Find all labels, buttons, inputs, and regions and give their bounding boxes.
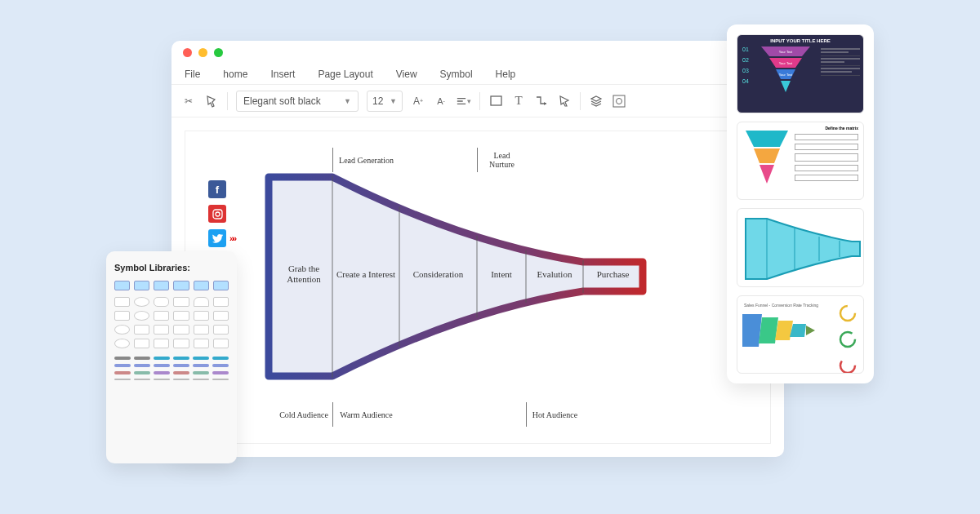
symbol-lines xyxy=(114,357,229,380)
template-2[interactable]: Define the matrix xyxy=(737,122,864,201)
menu-symbol[interactable]: Symbol xyxy=(440,69,473,80)
stage-4: Intent xyxy=(477,258,526,290)
svg-point-23 xyxy=(840,358,855,373)
format-painter-icon[interactable] xyxy=(204,94,219,109)
minimize-button[interactable] xyxy=(198,48,207,57)
symbol-shape[interactable] xyxy=(173,297,189,307)
symbol-shape[interactable] xyxy=(194,311,209,321)
connector-tool-icon[interactable] xyxy=(534,94,549,109)
templates-panel[interactable]: INPUT YOUR TITLE HERE 01 02 03 04 Your T… xyxy=(727,24,874,383)
template-4[interactable]: Sales Funnel - Conversion Rate Tracking xyxy=(737,295,864,374)
top-labels: Lead Generation Lead Nurture xyxy=(275,148,526,172)
symbol-shape[interactable] xyxy=(114,339,130,348)
symbol-shape[interactable] xyxy=(194,297,209,307)
symbol-category[interactable] xyxy=(114,281,130,290)
menu-view[interactable]: View xyxy=(396,69,417,80)
font-select-value: Elegant soft black xyxy=(243,95,321,107)
symbol-category[interactable] xyxy=(194,281,209,290)
cut-icon[interactable]: ✂ xyxy=(181,94,196,109)
stage-2: Create a Interest xyxy=(332,258,399,290)
symbol-shape[interactable] xyxy=(213,297,229,307)
label-warm-audience: Warm Audience xyxy=(332,402,399,427)
svg-text:Your Text: Your Text xyxy=(779,50,793,54)
bottom-labels: Cold Audience Warm Audience Hot Audience xyxy=(275,402,583,427)
label-lead-generation: Lead Generation xyxy=(332,148,399,172)
symbol-shape[interactable] xyxy=(173,325,189,335)
titlebar xyxy=(172,41,784,64)
menu-help[interactable]: Help xyxy=(496,69,516,80)
symbol-shape[interactable] xyxy=(134,339,149,348)
font-size-select[interactable]: 12 ▼ xyxy=(367,91,403,112)
separator xyxy=(479,92,480,110)
increase-font-icon[interactable]: A+ xyxy=(411,94,425,109)
svg-point-22 xyxy=(840,332,855,347)
symbol-category[interactable] xyxy=(154,281,169,290)
label-hot-audience: Hot Audience xyxy=(526,402,583,427)
facebook-icon: f xyxy=(208,180,226,198)
font-size-value: 12 xyxy=(372,95,383,107)
pointer-tool-icon[interactable] xyxy=(557,94,572,109)
rectangle-tool-icon[interactable] xyxy=(488,94,503,109)
svg-point-21 xyxy=(840,306,855,321)
stage-3: Consideration xyxy=(399,258,477,290)
stage-1: Grab the Attention xyxy=(275,258,332,290)
symbol-shape[interactable] xyxy=(134,297,149,307)
template-3[interactable] xyxy=(737,208,864,287)
symbol-shape[interactable] xyxy=(114,297,130,307)
symbol-shape[interactable] xyxy=(213,325,229,335)
symbol-category[interactable] xyxy=(134,281,149,290)
symbol-shape[interactable] xyxy=(213,339,229,348)
maximize-button[interactable] xyxy=(214,48,223,57)
stage-5: Evalution xyxy=(526,258,583,290)
layers-icon[interactable] xyxy=(589,94,604,109)
separator xyxy=(580,92,581,110)
decrease-font-icon[interactable]: A- xyxy=(434,94,448,109)
symbol-libraries-panel[interactable]: Symbol Libraries: xyxy=(106,251,237,463)
symbol-shape[interactable] xyxy=(134,325,149,335)
app-window: File home Insert Page Layout View Symbol… xyxy=(172,41,784,457)
svg-point-2 xyxy=(617,98,622,104)
symbol-shape[interactable] xyxy=(154,311,169,321)
symbol-shape[interactable] xyxy=(114,325,130,335)
chevron-down-icon: ▼ xyxy=(390,97,397,105)
font-select[interactable]: Elegant soft black ▼ xyxy=(236,91,359,112)
toolbar: ✂ Elegant soft black ▼ 12 ▼ A+ A- ▾ T xyxy=(172,85,784,117)
symbol-shape[interactable] xyxy=(154,339,169,348)
symbol-shape[interactable] xyxy=(173,339,189,348)
symbol-category[interactable] xyxy=(213,281,229,290)
label-cold-audience: Cold Audience xyxy=(275,402,332,427)
template-1[interactable]: INPUT YOUR TITLE HERE 01 02 03 04 Your T… xyxy=(737,34,864,113)
menu-page-layout[interactable]: Page Layout xyxy=(318,69,372,80)
svg-rect-3 xyxy=(213,210,222,219)
symbol-shape[interactable] xyxy=(213,311,229,321)
symbol-category[interactable] xyxy=(173,281,189,290)
funnel-stages: Grab the Attention Create a Interest Con… xyxy=(275,258,643,290)
close-button[interactable] xyxy=(183,48,192,57)
symbol-shape[interactable] xyxy=(194,339,209,348)
stage-6: Purchase xyxy=(583,258,643,290)
symbol-shape[interactable] xyxy=(134,311,149,321)
arrow-icon: »» xyxy=(229,233,234,243)
menu-file[interactable]: File xyxy=(185,69,200,80)
text-tool-icon[interactable]: T xyxy=(511,94,526,109)
menu-home[interactable]: home xyxy=(223,69,247,80)
symbol-shape[interactable] xyxy=(173,311,189,321)
separator xyxy=(227,92,228,110)
svg-point-4 xyxy=(216,212,220,216)
symbol-shape[interactable] xyxy=(114,311,130,321)
group-icon[interactable] xyxy=(612,94,626,109)
symbol-shape[interactable] xyxy=(154,297,169,307)
symbol-libraries-title: Symbol Libraries: xyxy=(114,263,229,273)
symbol-category-row xyxy=(114,281,229,290)
svg-text:Your Text: Your Text xyxy=(779,61,793,65)
svg-text:Your Text: Your Text xyxy=(779,73,793,77)
symbol-shape[interactable] xyxy=(194,325,209,335)
twitter-icon: »» xyxy=(208,229,226,247)
instagram-icon xyxy=(208,205,226,223)
label-lead-nurture: Lead Nurture xyxy=(477,148,526,172)
menu-insert[interactable]: Insert xyxy=(270,69,295,80)
canvas[interactable]: f »» Q in »» P »» W xyxy=(185,131,771,444)
template-1-title: INPUT YOUR TITLE HERE xyxy=(737,35,863,43)
symbol-shape[interactable] xyxy=(154,325,169,335)
align-icon[interactable]: ▾ xyxy=(457,94,471,109)
